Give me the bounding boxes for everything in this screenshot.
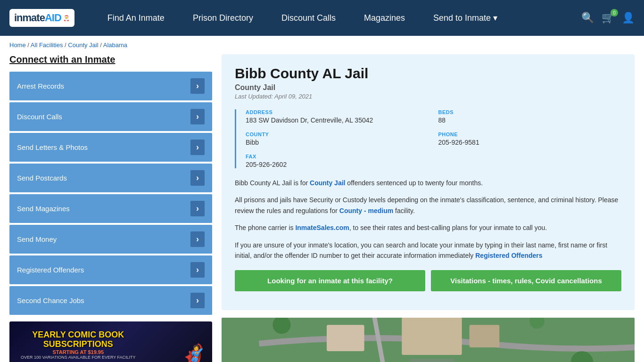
sidebar: Connect with an Inmate Arrest Records › …: [9, 54, 212, 362]
address-label: ADDRESS: [246, 109, 429, 115]
desc-paragraph-1: Bibb County AL Jail is for County Jail o…: [235, 178, 621, 188]
county-jail-link[interactable]: County Jail: [310, 179, 345, 187]
registered-offenders-link[interactable]: Registered Offenders: [475, 252, 542, 259]
sidebar-item-label: Send Money: [17, 235, 57, 243]
breadcrumb-county-jail[interactable]: County Jail: [68, 41, 98, 49]
sidebar-item-second-chance-jobs[interactable]: Second Chance Jobs ›: [9, 286, 212, 315]
main-nav: Find An Inmate Prison Directory Discount…: [93, 0, 581, 36]
facility-type: County Jail: [235, 83, 621, 92]
user-icon[interactable]: 👤: [622, 12, 635, 24]
aerial-view-graphic: [222, 318, 635, 362]
inmate-sales-link[interactable]: InmateSales.com: [295, 224, 349, 231]
fax-label: FAX: [246, 154, 429, 159]
ad-title: YEARLY COMIC BOOKSUBSCRIPTIONS: [21, 330, 136, 349]
chevron-right-icon: ›: [190, 201, 205, 216]
cart-badge: 0: [611, 9, 618, 16]
phone-value: 205-926-9581: [438, 139, 622, 146]
fax-value: 205-926-2602: [246, 161, 429, 168]
sidebar-ad-banner[interactable]: YEARLY COMIC BOOKSUBSCRIPTIONS STARTING …: [9, 321, 212, 362]
sidebar-item-label: Second Chance Jobs: [17, 296, 84, 304]
sidebar-item-registered-offenders[interactable]: Registered Offenders ›: [9, 255, 212, 284]
sidebar-item-label: Arrest Records: [17, 82, 64, 90]
facility-description: Bibb County AL Jail is for County Jail o…: [235, 178, 621, 261]
sidebar-title: Connect with an Inmate: [9, 54, 212, 65]
beds-group: BEDS 88: [438, 109, 622, 124]
address-group: ADDRESS 183 SW Davidson Dr, Centreville,…: [246, 109, 429, 124]
sidebar-item-discount-calls[interactable]: Discount Calls ›: [9, 102, 212, 131]
fax-group: FAX 205-926-2602: [246, 154, 429, 168]
logo[interactable]: inmateAID 🎅: [9, 9, 74, 27]
cart-icon[interactable]: 🛒 0: [602, 12, 614, 24]
sidebar-item-label: Send Letters & Photos: [17, 143, 88, 151]
county-value: Bibb: [246, 139, 429, 146]
sidebar-menu: Arrest Records › Discount Calls › Send L…: [9, 72, 212, 315]
beds-label: BEDS: [438, 109, 622, 115]
site-header: inmateAID 🎅 Find An Inmate Prison Direct…: [0, 0, 644, 36]
sidebar-item-label: Registered Offenders: [17, 266, 84, 274]
logo-text: inmateAID: [14, 12, 61, 24]
county-group: COUNTY Bibb: [246, 132, 429, 146]
ad-small: OVER 100 VARIATIONS AVAILABLE FOR EVERY …: [21, 355, 136, 360]
nav-send-to-inmate[interactable]: Send to Inmate ▾: [419, 0, 512, 36]
facility-content: Bibb County AL Jail County Jail Last Upd…: [222, 54, 635, 362]
breadcrumb-state[interactable]: Alabama: [103, 41, 127, 49]
desc-paragraph-2: All prisons and jails have Security or C…: [235, 195, 621, 216]
nav-magazines[interactable]: Magazines: [350, 0, 419, 36]
breadcrumb-home[interactable]: Home: [9, 41, 26, 49]
svg-rect-5: [409, 359, 454, 362]
phone-group: PHONE 205-926-9581: [438, 132, 622, 146]
facility-aerial-image: [222, 318, 635, 362]
sidebar-item-label: Discount Calls: [17, 113, 62, 121]
county-medium-link[interactable]: County - medium: [339, 207, 393, 214]
sidebar-item-label: Send Magazines: [17, 205, 70, 213]
action-buttons: Looking for an inmate at this facility? …: [235, 270, 621, 291]
ad-characters: 🦸: [179, 345, 208, 362]
nav-find-inmate[interactable]: Find An Inmate: [93, 0, 179, 36]
facility-updated: Last Updated: April 09, 2021: [235, 93, 621, 100]
details-grid: ADDRESS 183 SW Davidson Dr, Centreville,…: [246, 109, 621, 168]
header-icons: 🔍 🛒 0 👤: [581, 12, 635, 24]
sidebar-item-label: Send Postcards: [17, 174, 67, 182]
logo-hat: 🎅: [63, 15, 70, 21]
chevron-right-icon: ›: [190, 109, 205, 124]
nav-prison-directory[interactable]: Prison Directory: [179, 0, 267, 36]
visitations-button[interactable]: Visitations - times, rules, Covid cancel…: [431, 270, 621, 291]
svg-rect-4: [327, 325, 364, 352]
chevron-right-icon: ›: [190, 293, 205, 308]
chevron-right-icon: ›: [190, 231, 205, 247]
facility-name: Bibb County AL Jail: [235, 66, 621, 82]
sidebar-item-send-magazines[interactable]: Send Magazines ›: [9, 194, 212, 223]
facility-details: ADDRESS 183 SW Davidson Dr, Centreville,…: [235, 109, 621, 168]
sidebar-item-arrest-records[interactable]: Arrest Records ›: [9, 72, 212, 100]
ad-subtitle: STARTING AT $19.95: [21, 349, 136, 355]
breadcrumb: Home / All Facilities / County Jail / Al…: [0, 36, 644, 54]
desc-paragraph-3: The phone carrier is InmateSales.com, to…: [235, 222, 621, 233]
search-icon[interactable]: 🔍: [581, 12, 594, 24]
sidebar-item-send-money[interactable]: Send Money ›: [9, 225, 212, 254]
nav-discount-calls[interactable]: Discount Calls: [267, 0, 350, 36]
chevron-right-icon: ›: [190, 78, 205, 94]
find-inmate-button[interactable]: Looking for an inmate at this facility?: [235, 270, 425, 291]
ad-text: YEARLY COMIC BOOKSUBSCRIPTIONS STARTING …: [16, 326, 140, 362]
phone-label: PHONE: [438, 132, 622, 137]
svg-rect-2: [402, 318, 462, 355]
chevron-right-icon: ›: [190, 262, 205, 278]
county-label: COUNTY: [246, 132, 429, 137]
sidebar-item-send-letters[interactable]: Send Letters & Photos ›: [9, 133, 212, 162]
beds-value: 88: [438, 116, 622, 124]
chevron-right-icon: ›: [190, 170, 205, 186]
main-layout: Connect with an Inmate Arrest Records › …: [0, 54, 644, 362]
address-value: 183 SW Davidson Dr, Centreville, AL 3504…: [246, 116, 429, 124]
breadcrumb-all-facilities[interactable]: All Facilities: [31, 41, 63, 49]
desc-paragraph-4: If you are unsure of your inmate's locat…: [235, 240, 621, 261]
svg-rect-3: [470, 325, 500, 348]
sidebar-item-send-postcards[interactable]: Send Postcards ›: [9, 164, 212, 192]
facility-card: Bibb County AL Jail County Jail Last Upd…: [222, 54, 635, 310]
chevron-right-icon: ›: [190, 140, 205, 155]
